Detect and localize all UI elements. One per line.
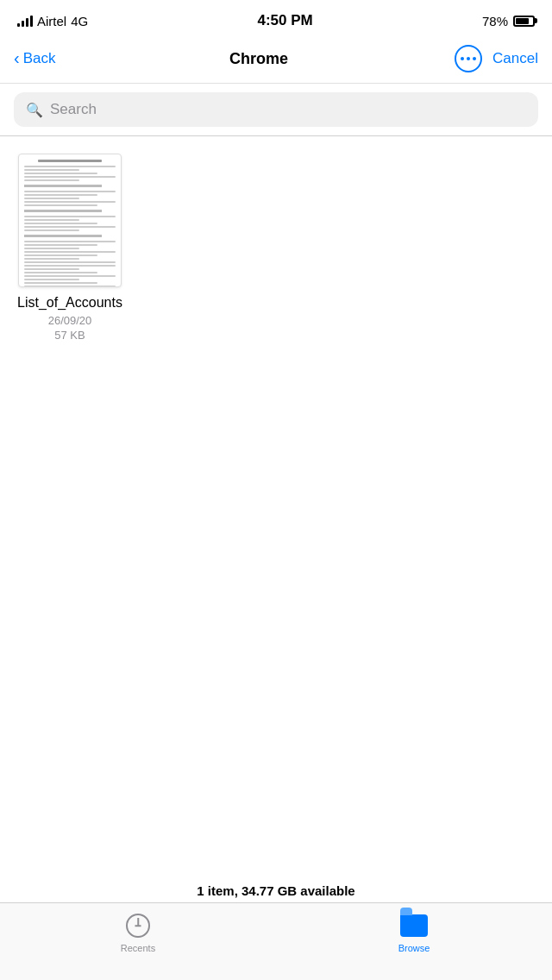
back-button[interactable]: ‹ Back — [14, 49, 83, 68]
status-bar: Airtel 4G 4:50 PM 78% — [0, 0, 552, 38]
document-preview — [22, 158, 117, 287]
search-container: 🔍 Search — [0, 84, 552, 135]
tab-recents-label: Recents — [121, 943, 155, 953]
status-left: Airtel 4G — [17, 14, 88, 28]
nav-right-actions: Cancel — [435, 45, 538, 72]
tab-browse-label: Browse — [398, 943, 430, 953]
status-time: 4:50 PM — [257, 12, 312, 29]
storage-info: 1 item, 34.77 GB available — [0, 883, 552, 898]
file-date: 26/09/20 — [48, 314, 92, 327]
tab-recents[interactable]: Recents — [104, 912, 172, 953]
carrier-label: Airtel — [37, 14, 66, 28]
more-options-button[interactable] — [455, 45, 482, 72]
tab-browse[interactable]: Browse — [380, 912, 448, 953]
files-grid: List_of_Accounts 26/09/20 57 KB — [0, 136, 552, 359]
signal-bars-icon — [17, 15, 33, 27]
battery-icon — [513, 16, 535, 27]
search-icon: 🔍 — [26, 102, 43, 118]
search-input[interactable]: Search — [50, 101, 97, 118]
battery-percent-label: 78% — [482, 14, 508, 28]
clock-icon — [126, 914, 150, 938]
chevron-left-icon: ‹ — [14, 48, 20, 68]
back-label: Back — [23, 50, 56, 67]
network-type-label: 4G — [71, 14, 88, 28]
file-size: 57 KB — [54, 329, 85, 342]
cancel-button[interactable]: Cancel — [492, 50, 538, 67]
file-name: List_of_Accounts — [17, 294, 122, 311]
browse-icon — [400, 912, 428, 939]
ellipsis-icon — [461, 57, 476, 60]
folder-icon — [400, 914, 428, 937]
search-bar[interactable]: 🔍 Search — [14, 92, 538, 127]
page-title: Chrome — [83, 50, 435, 68]
recents-icon — [124, 912, 152, 939]
list-item[interactable]: List_of_Accounts 26/09/20 57 KB — [14, 154, 126, 342]
file-thumbnail — [18, 154, 122, 287]
status-right: 78% — [482, 14, 535, 28]
tab-bar: Recents Browse — [0, 902, 552, 980]
nav-bar: ‹ Back Chrome Cancel — [0, 38, 552, 84]
